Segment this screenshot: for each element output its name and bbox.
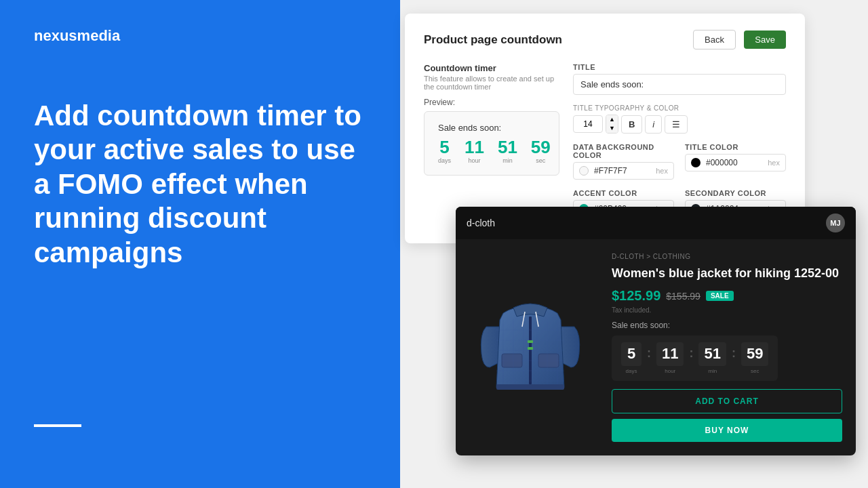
dark-days-num: 5 (621, 342, 642, 365)
accent-color-label: Accent color (573, 189, 674, 197)
countdown-days-num: 5 (438, 138, 451, 156)
save-button[interactable]: Save (744, 30, 786, 49)
store-name: d-cloth (467, 218, 495, 228)
price-old: $155.99 (666, 291, 701, 302)
section-desc: This feature allows to create and set up… (424, 75, 559, 91)
countdown-secs-label: sec (531, 157, 551, 164)
dark-countdown: 5 days : 11 hour : 51 min : 59 sec (612, 336, 778, 380)
countdown-mins: 51 min (498, 138, 517, 164)
product-image-area (456, 239, 605, 455)
color-fields: Data background color #F7F7F7 hex Title … (573, 143, 786, 189)
countdown-secs-num: 59 (531, 138, 551, 156)
dark-sep2: : (689, 346, 693, 361)
font-size-down[interactable]: ▼ (606, 124, 618, 133)
svg-rect-3 (528, 340, 533, 343)
jacket-image (476, 279, 585, 415)
back-button[interactable]: Back (693, 30, 736, 49)
product-body: D-CLOTH > CLOTHING Women's blue jacket f… (456, 239, 856, 455)
title-color-value: #000000 (706, 158, 762, 167)
countdown-mins-num: 51 (498, 138, 517, 156)
data-bg-color-value: #F7F7F7 (594, 166, 650, 176)
align-button[interactable]: ☰ (665, 115, 688, 134)
data-bg-hex-label: hex (656, 167, 668, 175)
svg-rect-19 (496, 384, 564, 390)
title-field-label: Title (573, 63, 786, 71)
title-input[interactable] (573, 74, 786, 95)
countdown-hours-num: 11 (465, 138, 484, 156)
data-bg-color-group: Data background color #F7F7F7 hex (573, 143, 674, 189)
settings-title: Product page countdown (424, 33, 562, 47)
divider-line (34, 424, 81, 427)
title-color-group: Title color #000000 hex (685, 143, 786, 189)
dark-sep1: : (647, 346, 651, 361)
countdown-days: 5 days (438, 138, 451, 164)
secondary-color-label: Secondary color (685, 189, 786, 197)
dark-sep3: : (732, 346, 736, 361)
dark-mins-num: 51 (698, 342, 726, 365)
price-row: $125.99 $155.99 SALE (612, 288, 842, 304)
hero-text: Add countdown timer to your active sales… (34, 99, 366, 270)
left-panel: nexusmedia Add countdown timer to your a… (0, 0, 400, 488)
dark-secs-num: 59 (741, 342, 768, 365)
section-title: Countdown timer (424, 63, 559, 73)
product-title: Women's blue jacket for hiking 1252-00 (612, 266, 842, 281)
buy-now-button[interactable]: BUY NOW (612, 419, 842, 442)
countdown-days-label: days (438, 157, 451, 164)
preview-label: Preview: (424, 98, 559, 107)
price-main: $125.99 (612, 288, 660, 304)
product-panel: d-cloth MJ (456, 207, 856, 455)
dark-hours-num: 11 (656, 342, 684, 365)
title-hex-label: hex (768, 159, 780, 167)
sale-ends-label: Sale ends soon: (612, 321, 842, 330)
settings-actions: Back Save (693, 30, 786, 49)
add-to-cart-button[interactable]: ADD TO CART (612, 389, 842, 413)
sale-badge: SALE (706, 291, 734, 301)
title-color-row[interactable]: #000000 hex (685, 154, 786, 171)
bold-button[interactable]: B (621, 115, 642, 134)
dark-mins: 51 min (698, 342, 726, 373)
dark-secs-label: sec (741, 368, 768, 374)
dark-hours: 11 hour (656, 342, 684, 373)
font-size-up[interactable]: ▲ (606, 115, 618, 124)
logo-prefix: nexus (34, 27, 77, 44)
title-color-label: Title color (685, 143, 786, 151)
data-bg-color-label: Data background color (573, 143, 674, 159)
logo: nexusmedia (34, 27, 366, 45)
font-size-stepper[interactable]: ▲ ▼ (606, 115, 618, 134)
font-size-input[interactable] (573, 115, 603, 133)
data-bg-color-row[interactable]: #F7F7F7 hex (573, 162, 674, 180)
countdown-mins-label: min (498, 157, 517, 164)
dark-days-label: days (621, 368, 642, 374)
preview-card: Sale ends soon: 5 days 11 hour 51 min (424, 111, 559, 176)
italic-button[interactable]: i (645, 115, 662, 134)
data-bg-color-circle (579, 166, 589, 176)
title-color-circle (691, 158, 701, 167)
product-topbar: d-cloth MJ (456, 207, 856, 239)
breadcrumb: D-CLOTH > CLOTHING (612, 253, 842, 260)
preview-sale-text: Sale ends soon: (438, 123, 545, 133)
typography-label: TITLE TYPOGRAPHY & COLOR (573, 104, 786, 112)
countdown-hours-label: hour (465, 157, 484, 164)
countdown-secs: 59 sec (531, 138, 551, 164)
countdown-row: 5 days 11 hour 51 min 59 (438, 138, 545, 164)
svg-rect-4 (528, 347, 533, 350)
dark-hours-label: hour (656, 368, 684, 374)
tax-text: Tax included. (612, 306, 842, 314)
dark-secs: 59 sec (741, 342, 768, 373)
avatar: MJ (826, 214, 845, 232)
countdown-hours: 11 hour (465, 138, 484, 164)
typography-row: ▲ ▼ B i ☰ (573, 115, 786, 134)
dark-days: 5 days (621, 342, 642, 373)
logo-suffix: media (77, 27, 121, 44)
product-info: D-CLOTH > CLOTHING Women's blue jacket f… (605, 239, 856, 455)
settings-header: Product page countdown Back Save (424, 30, 786, 49)
dark-mins-label: min (698, 368, 726, 374)
